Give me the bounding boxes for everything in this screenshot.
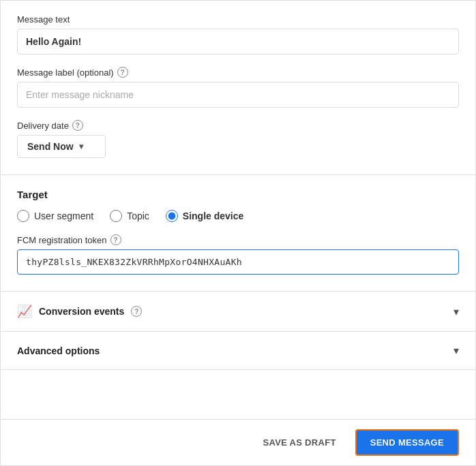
- target-radio-group: User segment Topic Single device: [17, 210, 459, 222]
- send-message-button[interactable]: SEND MESSAGE: [355, 429, 459, 456]
- radio-single-device[interactable]: [166, 210, 178, 222]
- delivery-date-help-icon[interactable]: ?: [72, 120, 83, 131]
- advanced-options-section[interactable]: Advanced options ▾: [1, 332, 475, 370]
- radio-label-topic: Topic: [127, 211, 149, 221]
- radio-user-segment[interactable]: [17, 210, 29, 222]
- delivery-date-label: Delivery date ?: [17, 120, 459, 131]
- main-container: Message text Message label (optional) ? …: [0, 0, 476, 466]
- fcm-token-group: FCM registration token ?: [17, 234, 459, 275]
- main-content: Message text Message label (optional) ? …: [1, 1, 475, 419]
- message-text-label: Message text: [17, 14, 459, 25]
- radio-option-single-device[interactable]: Single device: [166, 210, 243, 222]
- dropdown-arrow-icon: ▾: [79, 142, 83, 151]
- message-text-input[interactable]: [17, 29, 459, 55]
- target-section-title: Target: [17, 189, 459, 200]
- delivery-date-dropdown[interactable]: Send Now ▾: [17, 135, 106, 158]
- radio-option-user-segment[interactable]: User segment: [17, 210, 93, 222]
- delivery-date-group: Delivery date ? Send Now ▾: [17, 120, 459, 158]
- message-label-group: Message label (optional) ?: [17, 67, 459, 108]
- message-label-label: Message label (optional) ?: [17, 67, 459, 78]
- footer: SAVE AS DRAFT SEND MESSAGE: [1, 419, 475, 465]
- radio-label-single-device: Single device: [183, 211, 243, 221]
- radio-option-topic[interactable]: Topic: [110, 210, 149, 222]
- conversion-events-title: Conversion events: [39, 306, 124, 317]
- conversion-events-left: 📈 Conversion events ?: [17, 304, 142, 319]
- advanced-options-title: Advanced options: [17, 345, 100, 356]
- advanced-options-left: Advanced options: [17, 345, 100, 356]
- target-section: Target User segment Topic Single device: [1, 175, 475, 292]
- message-text-group: Message text: [17, 14, 459, 55]
- message-label-input[interactable]: [17, 82, 459, 108]
- conversion-events-chevron-icon: ▾: [453, 305, 459, 318]
- message-label-help-icon[interactable]: ?: [117, 67, 128, 78]
- conversion-events-help-icon[interactable]: ?: [131, 306, 142, 317]
- fcm-token-input[interactable]: [17, 249, 459, 275]
- advanced-options-chevron-icon: ▾: [453, 344, 459, 357]
- fcm-token-help-icon[interactable]: ?: [110, 234, 121, 245]
- radio-topic[interactable]: [110, 210, 122, 222]
- save-draft-button[interactable]: SAVE AS DRAFT: [254, 431, 344, 454]
- conversion-events-section[interactable]: 📈 Conversion events ? ▾: [1, 292, 475, 332]
- radio-label-user-segment: User segment: [34, 211, 93, 221]
- message-form-section: Message text Message label (optional) ? …: [1, 1, 475, 175]
- fcm-token-label: FCM registration token ?: [17, 234, 459, 245]
- trend-icon: 📈: [17, 304, 32, 319]
